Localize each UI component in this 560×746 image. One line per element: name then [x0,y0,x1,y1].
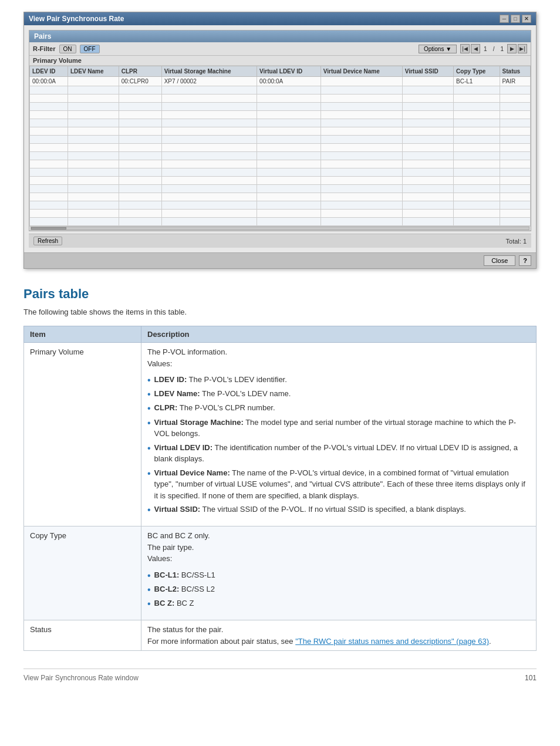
table-cell-6-8 [500,127,530,136]
table-row [30,94,531,103]
table-cell-14-0 [30,193,68,201]
table-row [30,136,531,144]
table-cell-6-7 [454,127,500,136]
off-button[interactable]: OFF [80,45,100,53]
prev-page-button[interactable]: ◀ [471,44,480,53]
table-cell-4-3 [161,111,257,119]
table-cell-14-2 [119,193,161,201]
table-cell-2-3 [161,94,257,103]
restore-button[interactable]: □ [511,15,520,23]
footer-section-name: View Pair Synchronous Rate window [23,674,525,682]
table-cell-10-1 [68,160,119,168]
doc-intro: The following table shows the items in t… [23,308,537,316]
table-cell-3-6 [402,103,453,111]
rwc-link[interactable]: "The RWC pair status names and descripti… [295,637,489,646]
table-cell-9-6 [402,152,453,160]
term: BC-L1: [154,571,180,579]
table-cell-16-8 [500,210,530,218]
table-cell-12-8 [500,177,530,185]
table-cell-7-1 [68,136,119,144]
table-cell-3-4 [257,103,321,111]
table-cell-16-5 [321,210,402,218]
table-cell-7-5 [321,136,402,144]
bullet-bcz: • BC Z: BC Z [147,598,530,609]
table-cell-11-4 [257,168,321,177]
table-cell-14-1 [68,193,119,201]
table-cell-6-6 [402,127,453,136]
table-row [30,144,531,152]
doc-row-primary-volume: Primary Volume The P-VOL information. Va… [24,343,537,526]
table-cell-17-8 [500,218,530,226]
bullet-dot: • [147,443,151,454]
table-cell-4-2 [119,111,161,119]
doc-row-copy-type: Copy Type BC and BC Z only. The pair typ… [24,526,537,620]
doc-row-status: Status The status for the pair. For more… [24,620,537,651]
doc-col-item: Item [24,326,141,343]
table-cell-1-4 [257,86,321,94]
table-cell-14-5 [321,193,402,201]
table-cell-0-4: 00:00:0A [257,77,321,86]
table-cell-11-5 [321,168,402,177]
table-cell-10-4 [257,160,321,168]
doc-table-header-row: Item Description [24,326,537,343]
term: LDEV ID: [154,375,187,384]
last-page-button[interactable]: ▶| [518,44,527,53]
bullet-text: LDEV ID: The P-VOL's LDEV identifier. [154,374,287,386]
table-cell-6-4 [257,127,321,136]
table-row [30,111,531,119]
bullet-vdn: • Virtual Device Name: The name of the P… [147,467,530,502]
bullet-text: Virtual Device Name: The name of the P-V… [154,467,530,502]
close-button[interactable]: Close [484,255,515,266]
col-virtual-device-name: Virtual Device Name [321,66,402,77]
bullet-dot: • [147,374,151,386]
options-button[interactable]: Options ▼ [419,45,457,53]
term: CLPR: [154,403,178,412]
table-cell-5-3 [161,119,257,127]
table-cell-12-0 [30,177,68,185]
table-cell-0-6 [402,77,453,86]
table-cell-0-0: 00:00:0A [30,77,68,86]
table-row [30,168,531,177]
table-row [30,86,531,94]
term: LDEV Name: [154,389,200,398]
table-cell-5-2 [119,119,161,127]
term: Virtual Storage Machine: [154,418,244,427]
table-cell-16-3 [161,210,257,218]
table-cell-9-4 [257,152,321,160]
table-cell-17-2 [119,218,161,226]
table-cell-11-3 [161,168,257,177]
horizontal-scrollbar[interactable] [29,226,531,231]
table-cell-12-2 [119,177,161,185]
dialog-bottom-bar: Close ? [24,252,536,268]
scrollbar-thumb[interactable] [31,227,66,229]
table-cell-9-1 [68,152,119,160]
table-cell-6-1 [68,127,119,136]
pairs-table-container: LDEV ID LDEV Name CLPR Virtual Storage M… [29,66,531,226]
table-cell-12-6 [402,177,453,185]
close-titlebar-button[interactable]: ✕ [522,15,531,23]
table-cell-17-3 [161,218,257,226]
page-separator: / [491,46,497,52]
table-cell-7-4 [257,136,321,144]
on-button[interactable]: ON [59,45,76,53]
bullet-text: Virtual SSID: The virtual SSID of the P-… [154,504,466,515]
table-cell-0-5 [321,77,402,86]
help-button[interactable]: ? [519,255,531,266]
table-cell-15-6 [402,201,453,210]
next-page-button[interactable]: ▶ [507,44,517,53]
page-number: 101 [525,674,537,682]
table-cell-17-7 [454,218,500,226]
bullet-dot: • [147,389,151,400]
bullet-dot: • [147,570,151,581]
table-cell-14-4 [257,193,321,201]
table-cell-13-6 [402,185,453,193]
first-page-button[interactable]: |◀ [460,44,470,53]
table-cell-11-8 [500,168,530,177]
minimize-button[interactable]: ─ [500,15,509,23]
table-cell-2-7 [454,94,500,103]
term: Virtual SSID: [154,505,201,514]
bullet-dot: • [147,598,151,609]
panel-toolbar: R-Filter ON OFF Options ▼ |◀ ◀ 1 / 1 ▶ ▶… [29,42,531,56]
refresh-button[interactable]: Refresh [33,237,62,245]
table-cell-5-4 [257,119,321,127]
